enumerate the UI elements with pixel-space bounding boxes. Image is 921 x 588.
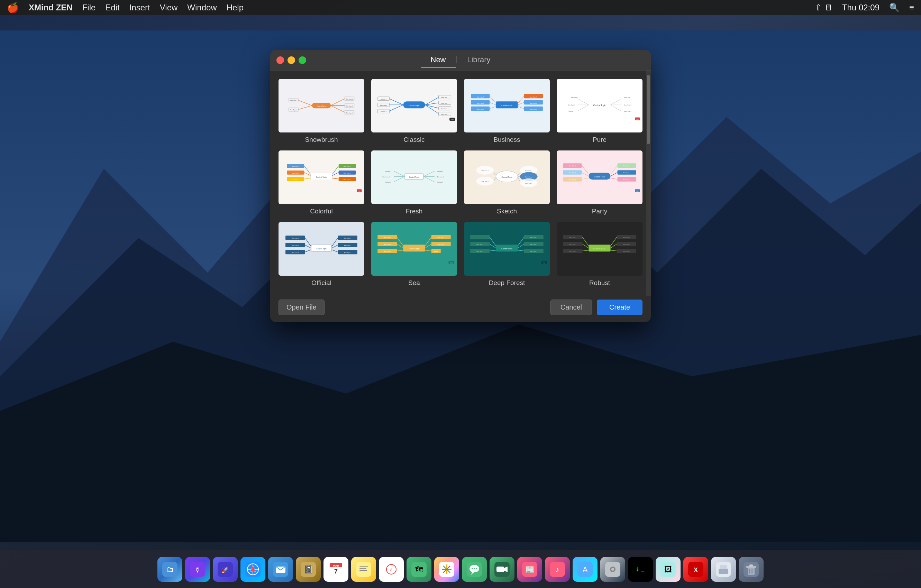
- menu-extras[interactable]: ≡: [909, 3, 914, 13]
- svg-text:Main Topic 2: Main Topic 2: [477, 96, 484, 98]
- svg-text:Central Topic: Central Topic: [316, 176, 327, 178]
- app-name[interactable]: XMind ZEN: [29, 3, 73, 13]
- dock-reminders[interactable]: ✓: [379, 557, 404, 582]
- theme-business[interactable]: Central Topic Main Topic 2 Main Topic 3 …: [464, 79, 550, 143]
- theme-sketch[interactable]: Central Topic Main Topic 2 Main Topic 4 …: [464, 151, 550, 215]
- svg-text:PRO: PRO: [636, 190, 639, 192]
- theme-pure-name: Pure: [593, 136, 607, 143]
- menu-insert[interactable]: Insert: [129, 3, 150, 13]
- svg-text:Main Topic 4: Main Topic 4: [290, 110, 297, 111]
- dock-appstore[interactable]: A: [573, 557, 597, 582]
- svg-text:Main Topic 4: Main Topic 4: [384, 251, 391, 252]
- dock-mail[interactable]: [268, 557, 293, 582]
- apple-menu[interactable]: 🍎: [7, 2, 19, 13]
- dock-trash[interactable]: [739, 557, 763, 582]
- clock: Thu 02:09: [842, 3, 879, 13]
- dialog-footer: Open File Cancel Create: [270, 294, 651, 322]
- svg-text:Main Topic 1: Main Topic 1: [346, 99, 353, 100]
- svg-text:📰: 📰: [525, 565, 535, 574]
- svg-text:Main Topic 1: Main Topic 1: [623, 165, 630, 167]
- dock-launchpad[interactable]: 🚀: [213, 557, 238, 582]
- cancel-button[interactable]: Cancel: [550, 299, 592, 315]
- svg-text:Main Topic 3: Main Topic 3: [477, 103, 484, 104]
- dock-maps[interactable]: 🗺: [407, 557, 431, 582]
- tab-new[interactable]: New: [421, 53, 456, 68]
- dock-notes[interactable]: [351, 557, 376, 582]
- menu-window[interactable]: Window: [187, 3, 216, 13]
- control-strip: ⇧ 🖥: [815, 3, 832, 13]
- menu-help[interactable]: Help: [227, 3, 244, 13]
- svg-text:7: 7: [334, 568, 338, 575]
- theme-deepforest[interactable]: Central Topic ">Main Topic 2 Main Topic …: [464, 222, 550, 287]
- maximize-button[interactable]: [299, 56, 306, 64]
- svg-text:Main Topic 4: Main Topic 4: [380, 105, 387, 106]
- theme-official[interactable]: Central Topic Main Topic 2 Main Topic 3 …: [278, 222, 364, 287]
- scrollbar[interactable]: [646, 71, 651, 296]
- dock-finder[interactable]: 🗂: [158, 557, 182, 582]
- svg-text:Main Topic 5: Main Topic 5: [624, 111, 631, 112]
- theme-classic[interactable]: Central Topic Subtopic 1 Main Topic 4 Su…: [371, 79, 457, 143]
- svg-text:Main Topic 4: Main Topic 4: [623, 179, 630, 180]
- search-icon[interactable]: 🔍: [889, 3, 900, 13]
- minimize-button[interactable]: [288, 56, 295, 64]
- dock-music[interactable]: ♪: [545, 557, 570, 582]
- svg-rect-271: [356, 562, 371, 577]
- theme-official-preview: Central Topic Main Topic 2 Main Topic 3 …: [278, 222, 364, 276]
- svg-rect-211: [470, 235, 490, 239]
- svg-text:Central Topic: Central Topic: [408, 248, 420, 250]
- dock-fileinbox[interactable]: [711, 557, 736, 582]
- dock-preview[interactable]: 🖼: [656, 557, 680, 582]
- theme-fresh[interactable]: Central Topic Subtopic 1 Main Topic 4 Su…: [371, 151, 457, 215]
- theme-snowbrush[interactable]: Central Topic Main Topic 2 Main Topic 4: [278, 79, 364, 143]
- open-file-button[interactable]: Open File: [278, 299, 324, 315]
- theme-sketch-name: Sketch: [497, 208, 517, 215]
- svg-text:Main Topic 4: Main Topic 4: [623, 251, 630, 252]
- scroll-thumb[interactable]: [647, 75, 650, 144]
- dock-messages[interactable]: [462, 557, 487, 582]
- svg-text:Main Topic 1: Main Topic 1: [441, 97, 448, 98]
- dialog-actions: Cancel Create: [550, 299, 643, 315]
- menu-view[interactable]: View: [160, 3, 178, 13]
- menu-file[interactable]: File: [82, 3, 96, 13]
- dock-facetime[interactable]: [490, 557, 514, 582]
- svg-text:🗺: 🗺: [415, 565, 423, 574]
- theme-pure[interactable]: Central Topic Main Topic 2 Main Topic 4 …: [557, 79, 643, 143]
- close-button[interactable]: [277, 56, 284, 64]
- theme-colorful[interactable]: Central Topic Main Topic 2 Main Topic 3 …: [278, 151, 364, 215]
- dock-photos[interactable]: [434, 557, 459, 582]
- svg-text:PRO: PRO: [450, 263, 452, 264]
- new-file-dialog: New | Library Central Topic: [270, 50, 651, 322]
- dock-terminal[interactable]: $ _: [628, 557, 653, 582]
- svg-text:Central Topic: Central Topic: [317, 248, 327, 250]
- dock-news[interactable]: 📰: [517, 557, 542, 582]
- theme-robust[interactable]: CENTRAL TOPIC Main Topic 2 Main Topic 3 …: [557, 222, 643, 287]
- svg-text:♪: ♪: [556, 565, 560, 574]
- dock-notefile[interactable]: 📓: [296, 557, 321, 582]
- create-button[interactable]: Create: [597, 299, 643, 315]
- menu-edit[interactable]: Edit: [105, 3, 119, 13]
- theme-party-preview: Central Topic Main Topic 2 Main Topic 3 …: [557, 151, 643, 204]
- svg-text:PRO: PRO: [358, 190, 361, 192]
- svg-text:Main Topic 4: Main Topic 4: [344, 252, 351, 253]
- theme-sea[interactable]: Central Topic Main Topic 2 Main Topic 3 …: [371, 222, 457, 287]
- theme-party[interactable]: Central Topic Main Topic 2 Main Topic 3 …: [557, 151, 643, 215]
- dock-safari[interactable]: [241, 557, 265, 582]
- svg-rect-311: [719, 569, 728, 574]
- dock-siri[interactable]: 🎙: [185, 557, 210, 582]
- svg-text:✓: ✓: [389, 567, 394, 572]
- tab-library[interactable]: Library: [457, 53, 500, 68]
- svg-text:Central Topic: Central Topic: [408, 104, 420, 107]
- window-controls: [277, 56, 306, 64]
- dock-systemprefs[interactable]: [600, 557, 625, 582]
- svg-text:Subtopic 1: Subtopic 1: [437, 171, 443, 172]
- svg-text:PRO: PRO: [543, 263, 545, 264]
- svg-text:Main Topic 4: Main Topic 4: [292, 179, 299, 180]
- svg-text:Central Topic: Central Topic: [594, 176, 605, 178]
- theme-deepforest-name: Deep Forest: [489, 279, 525, 287]
- dock-calendar[interactable]: MAR7: [324, 557, 348, 582]
- dock-xmind[interactable]: X: [683, 557, 708, 582]
- tab-group: New | Library: [421, 53, 500, 68]
- svg-text:Main Topic 3: Main Topic 3: [346, 106, 353, 107]
- svg-text:A: A: [583, 565, 588, 574]
- svg-text:Subtopic 1: Subtopic 1: [568, 111, 574, 112]
